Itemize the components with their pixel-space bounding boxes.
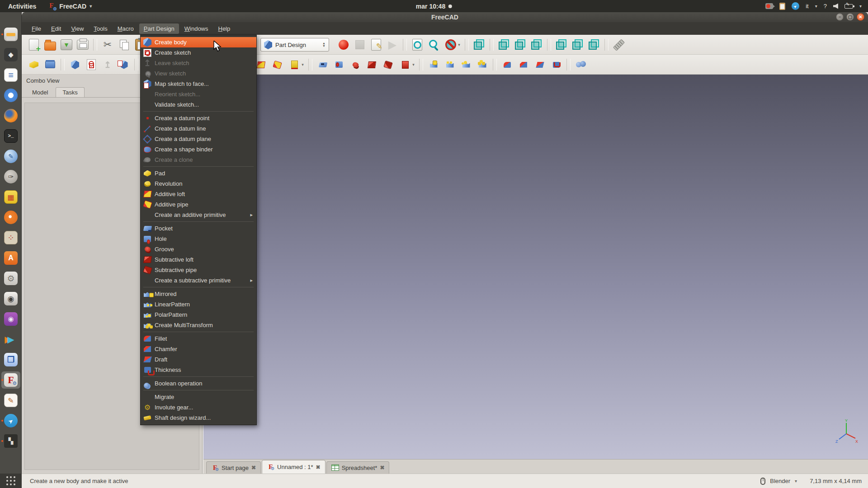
dock-item-freecad[interactable] <box>1 371 20 389</box>
menu-item-create-body[interactable]: Create body ▸ <box>141 37 256 47</box>
view-left-button[interactable]: ▾ <box>586 37 602 52</box>
leave-sketch-button[interactable]: ▾ <box>100 57 115 72</box>
keyboard-layout-indicator[interactable]: it <box>806 3 809 9</box>
view-rear-button[interactable]: ▾ <box>554 37 569 52</box>
clipboard-tray-icon[interactable] <box>779 3 785 10</box>
menu-item-map-sketch[interactable]: Map sketch to face... ▸ <box>141 79 256 89</box>
view-bottom-button[interactable]: ▾ <box>570 37 585 52</box>
viewport-3d[interactable]: Y X Z <box>203 75 868 459</box>
document-tab-start-page[interactable]: Start page ✖ <box>206 461 261 474</box>
dock-item-software[interactable] <box>1 249 20 267</box>
dock-item-video-recorder[interactable] <box>1 432 20 450</box>
polar-pattern-button[interactable]: ▾ <box>458 57 474 72</box>
dock-item-text-editor[interactable] <box>1 66 20 84</box>
clock-menu[interactable]: mar 10:48 <box>416 3 452 10</box>
menu-item-datum-line[interactable]: Create a datum line ▸ <box>141 123 256 134</box>
macro-stop-button[interactable]: ▾ <box>352 37 368 52</box>
menu-help[interactable]: Help <box>214 23 235 34</box>
macro-run-button[interactable]: ▾ <box>385 37 400 52</box>
menu-item-validate-sketch[interactable]: Validate sketch... ▸ <box>141 99 256 110</box>
document-tab-unnamed[interactable]: Unnamed : 1* ✖ <box>262 460 326 474</box>
additive-primitive-button[interactable]: ▾ <box>286 57 306 72</box>
menu-item-shape-binder[interactable]: Create a shape binder ▸ <box>141 144 256 155</box>
dock-item-camera[interactable] <box>1 290 20 307</box>
menu-item-additive-pipe[interactable]: Additive pipe ▸ <box>141 199 256 210</box>
volume-icon[interactable] <box>833 4 838 9</box>
menu-item-view-sketch[interactable]: View sketch ▸ <box>141 68 256 79</box>
menu-item-shaft-wizard[interactable]: Shaft design wizard... ▸ <box>141 413 256 423</box>
navigation-style-selector[interactable]: Blender <box>770 478 790 484</box>
menu-file[interactable]: File <box>27 23 46 34</box>
menu-item-mirrored[interactable]: Mirrored ▸ <box>141 289 256 299</box>
dock-item-inkscape[interactable] <box>1 46 20 63</box>
document-tab-spreadsheet[interactable]: Spreadsheet* ✖ <box>326 461 390 474</box>
cut-button[interactable]: ▾ <box>100 37 115 52</box>
fillet-button[interactable]: ▾ <box>500 57 515 72</box>
menu-item-draft[interactable]: Draft ▸ <box>141 354 256 365</box>
menu-item-subtractive-primitive[interactable]: Create a subtractive primitive ▸ <box>141 275 256 286</box>
dock-item-terminal[interactable] <box>1 127 20 145</box>
subtractive-pipe-button[interactable]: ▾ <box>380 57 396 72</box>
screen-recorder-tray-icon[interactable] <box>765 3 773 9</box>
dock-item-screen-recorder[interactable] <box>1 310 20 328</box>
open-button[interactable]: ▾ <box>42 37 58 52</box>
menu-item-datum-plane[interactable]: Create a datum plane ▸ <box>141 134 256 144</box>
close-tab-icon[interactable]: ✖ <box>380 465 384 471</box>
dock-item-tweaks[interactable] <box>1 270 20 287</box>
dock-item-blender[interactable] <box>1 209 20 226</box>
menu-item-chamfer[interactable]: Chamfer ▸ <box>141 344 256 354</box>
print-button[interactable]: ▾ <box>75 37 90 52</box>
menu-macro[interactable]: Macro <box>113 23 138 34</box>
copy-button[interactable]: ▾ <box>116 37 132 52</box>
minimize-button[interactable]: – <box>836 13 844 21</box>
dock-item-virtualbox[interactable] <box>1 351 20 368</box>
menu-item-migrate[interactable]: Migrate ▸ <box>141 392 256 402</box>
help-indicator[interactable]: ? <box>824 3 827 9</box>
fit-all-button[interactable]: ▾ <box>410 37 425 52</box>
menu-item-polar-pattern[interactable]: PolarPattern ▸ <box>141 310 256 320</box>
view-top-button[interactable]: ▾ <box>513 37 528 52</box>
draw-style-button[interactable]: ▾ <box>442 37 462 52</box>
menu-tools[interactable]: Tools <box>89 23 112 34</box>
groove-button[interactable]: ▾ <box>348 57 363 72</box>
menu-item-revolution[interactable]: Revolution ▸ <box>141 178 256 189</box>
chamfer-button[interactable]: ▾ <box>516 57 531 72</box>
macro-edit-button[interactable]: ▾ <box>368 37 384 52</box>
menu-item-boolean[interactable]: Boolean operation ▸ <box>141 378 256 389</box>
telegram-tray-icon[interactable] <box>792 2 799 10</box>
dock-item-chromium[interactable] <box>1 87 20 104</box>
fit-selection-button[interactable]: ▾ <box>426 37 441 52</box>
dock-item-video-editor[interactable] <box>1 331 20 348</box>
view-front-button[interactable]: ▾ <box>496 37 512 52</box>
menu-item-pad[interactable]: Pad ▸ <box>141 168 256 178</box>
new-button[interactable]: ▾ <box>26 37 42 52</box>
create-group-button[interactable]: ▾ <box>42 57 58 72</box>
hole-button[interactable]: ▾ <box>331 57 347 72</box>
battery-icon[interactable] <box>844 4 853 9</box>
boolean-button[interactable]: ▾ <box>573 57 589 72</box>
mirrored-button[interactable]: ▾ <box>426 57 441 72</box>
create-sketch-button[interactable]: ▾ <box>84 57 99 72</box>
thickness-button[interactable]: ▾ <box>548 57 564 72</box>
close-tab-icon[interactable]: ✖ <box>251 465 256 471</box>
subtractive-loft-button[interactable]: ▾ <box>364 57 379 72</box>
menu-windows[interactable]: Windows <box>180 23 213 34</box>
app-menu-button[interactable]: FreeCAD ▾ <box>44 3 96 10</box>
create-body-button[interactable]: ▾ <box>67 57 83 72</box>
workbench-selector[interactable]: Part Design ▲▼ <box>260 38 329 52</box>
menu-item-pocket[interactable]: Pocket ▸ <box>141 223 256 234</box>
additive-pipe-button[interactable]: ▾ <box>269 57 285 72</box>
pocket-button[interactable]: ▾ <box>315 57 330 72</box>
dock-item-telegram[interactable] <box>1 412 20 429</box>
show-applications-button[interactable] <box>0 474 22 488</box>
menu-item-thickness[interactable]: Thickness ▸ <box>141 365 256 375</box>
menu-item-subtractive-loft[interactable]: Subtractive loft ▸ <box>141 254 256 265</box>
menu-item-groove[interactable]: Groove ▸ <box>141 244 256 254</box>
dock-item-gimp[interactable] <box>1 168 20 185</box>
create-part-button[interactable]: ▾ <box>26 57 42 72</box>
menu-item-additive-loft[interactable]: Additive loft ▸ <box>141 189 256 199</box>
save-button[interactable]: ▾ <box>59 37 74 52</box>
menu-item-reorient-sketch[interactable]: Reorient sketch... ▸ <box>141 89 256 99</box>
menu-item-clone[interactable]: Create a clone ▸ <box>141 155 256 165</box>
dock-item-notes[interactable] <box>1 392 20 409</box>
